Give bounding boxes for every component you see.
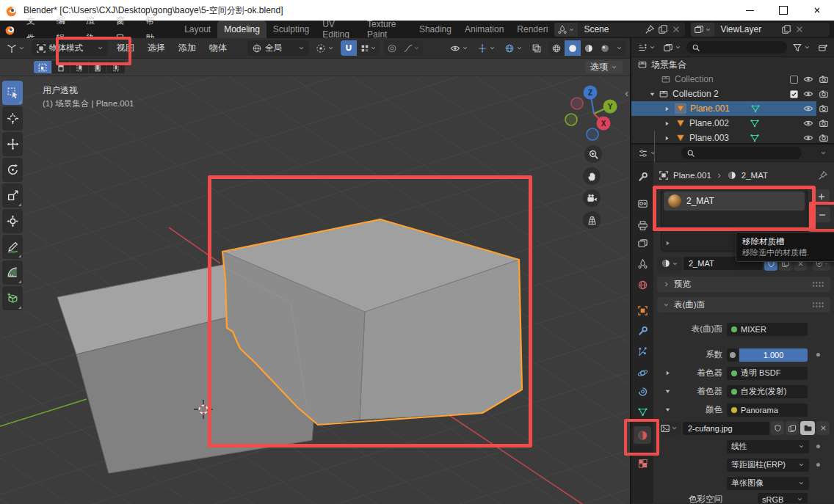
- scene-browse-button[interactable]: [554, 23, 578, 37]
- tab-object-data[interactable]: [634, 403, 651, 420]
- remove-viewlayer-icon[interactable]: [794, 24, 805, 34]
- properties-search-input[interactable]: [681, 147, 802, 159]
- tab-render[interactable]: [634, 194, 651, 212]
- unlink-image-button[interactable]: [816, 421, 830, 435]
- shading-material-button[interactable]: [581, 40, 597, 56]
- eye-icon[interactable]: [803, 118, 813, 128]
- new-scene-icon[interactable]: [658, 24, 668, 34]
- browse-material-button[interactable]: [657, 257, 682, 271]
- select-tweak-button[interactable]: [34, 61, 51, 73]
- pin-icon[interactable]: [645, 24, 655, 34]
- viewport-3d[interactable]: Z Y X 用户透视 (1) 场景集合 | Plane.001: [0, 76, 630, 504]
- tab-sculpting[interactable]: Sculpting: [266, 21, 316, 38]
- region-collapse-arrow[interactable]: ‹: [625, 88, 628, 98]
- tab-modifiers[interactable]: [634, 322, 651, 340]
- panel-drag-dots[interactable]: [812, 302, 824, 308]
- pan-button[interactable]: [583, 167, 601, 185]
- outliner-row-scene-collection[interactable]: 场景集合: [631, 57, 834, 72]
- editor-type-button[interactable]: [4, 40, 27, 56]
- pin-icon[interactable]: [818, 170, 828, 180]
- tool-measure[interactable]: [2, 260, 23, 285]
- tab-view-layer[interactable]: [634, 234, 651, 252]
- expand-triangle-icon[interactable]: [664, 120, 670, 127]
- unlink-scene-icon[interactable]: [671, 24, 681, 34]
- snap-to-dropdown[interactable]: [357, 40, 380, 56]
- remove-slot-button[interactable]: [814, 207, 830, 222]
- shading-wireframe-button[interactable]: [548, 40, 565, 56]
- tool-move[interactable]: [2, 132, 23, 156]
- tab-material[interactable]: [634, 426, 651, 444]
- proportional-edit-toggle[interactable]: [384, 40, 400, 56]
- properties-editor-type-button[interactable]: [636, 145, 659, 161]
- tab-tool[interactable]: [634, 168, 651, 186]
- shader1-selector[interactable]: 透明 BSDF: [727, 367, 808, 380]
- tab-texture[interactable]: [634, 454, 651, 472]
- tab-world[interactable]: [634, 276, 651, 293]
- color-selector[interactable]: Panorama: [727, 403, 808, 417]
- outliner-row-plane-002[interactable]: Plane.002: [631, 116, 834, 131]
- outliner-editor-type-button[interactable]: [635, 40, 658, 55]
- expand-triangle-icon[interactable]: [664, 135, 670, 142]
- pivot-point-dropdown[interactable]: [313, 40, 336, 56]
- outliner-row-collection-2[interactable]: Collection 2: [631, 87, 834, 101]
- axis-neg-z-ball[interactable]: [587, 128, 598, 140]
- shader2-selector[interactable]: 自发光(发射): [727, 385, 808, 398]
- tool-scale[interactable]: [2, 183, 23, 208]
- panel-drag-dots[interactable]: [812, 281, 824, 288]
- snap-toggle[interactable]: [341, 40, 357, 56]
- falloff-dropdown[interactable]: [400, 40, 423, 56]
- tab-object[interactable]: [634, 302, 651, 319]
- decorator-dot[interactable]: [816, 445, 820, 448]
- browse-image-button[interactable]: [656, 421, 681, 435]
- new-viewlayer-icon[interactable]: [781, 24, 791, 34]
- tab-particles[interactable]: [634, 343, 651, 360]
- minimize-button[interactable]: [733, 0, 766, 21]
- gizmos-dropdown[interactable]: [475, 40, 498, 56]
- interpolation-dropdown[interactable]: 线性: [727, 440, 809, 453]
- render-visibility-icon[interactable]: [819, 89, 829, 99]
- render-visibility-icon[interactable]: [819, 118, 829, 128]
- options-dropdown[interactable]: 选项: [585, 61, 623, 73]
- source-dropdown[interactable]: 单张图像: [727, 477, 809, 490]
- panel-surface[interactable]: 表(曲)面: [657, 297, 830, 313]
- breadcrumb-material[interactable]: 2_MAT: [741, 171, 768, 180]
- ortho-toggle-button[interactable]: [583, 211, 601, 229]
- overlays-dropdown[interactable]: [502, 40, 525, 56]
- render-visibility-icon[interactable]: [819, 103, 829, 114]
- navigation-gizmo[interactable]: Z Y X: [565, 86, 617, 141]
- tab-rendering[interactable]: Renderi: [510, 21, 554, 38]
- object-visibility-dropdown[interactable]: [448, 40, 471, 56]
- tab-constraints[interactable]: [634, 383, 651, 401]
- select-box-button[interactable]: [52, 61, 70, 73]
- tool-cursor[interactable]: [2, 106, 23, 131]
- material-slot-active[interactable]: 2_MAT: [664, 191, 805, 211]
- tab-physics[interactable]: [634, 364, 651, 381]
- render-visibility-icon[interactable]: [819, 74, 829, 84]
- surface-shader-selector[interactable]: MIXER: [727, 323, 808, 336]
- tab-layout[interactable]: Layout: [178, 21, 217, 38]
- eye-icon[interactable]: [803, 103, 813, 114]
- collapse-triangle-icon[interactable]: [649, 91, 656, 98]
- tool-rotate[interactable]: [2, 158, 23, 182]
- tab-uv-editing[interactable]: UV Editing: [316, 21, 360, 38]
- tab-modeling[interactable]: Modeling: [217, 21, 266, 38]
- outliner-row-plane-001[interactable]: Plane.001: [631, 101, 834, 116]
- outliner-filter-button[interactable]: [790, 40, 813, 55]
- maximize-button[interactable]: [766, 0, 800, 21]
- xray-toggle[interactable]: [529, 40, 544, 56]
- axis-neg-x-ball[interactable]: [571, 98, 583, 109]
- decorator-dot[interactable]: [816, 353, 820, 357]
- scene-name[interactable]: Scene: [578, 24, 641, 34]
- projection-dropdown[interactable]: 等距圆柱(ERP): [727, 459, 809, 472]
- tool-select-box[interactable]: [2, 81, 23, 105]
- transform-orientation-dropdown[interactable]: 全局: [247, 40, 309, 56]
- menu-select[interactable]: 选择: [143, 42, 170, 54]
- viewlayer-browse-button[interactable]: [691, 23, 714, 37]
- fac-slider[interactable]: 1.000: [739, 348, 808, 362]
- eye-icon[interactable]: [803, 133, 813, 143]
- add-slot-button[interactable]: [813, 189, 830, 204]
- menu-add[interactable]: 添加: [174, 42, 200, 54]
- new-collection-button[interactable]: [816, 40, 830, 55]
- open-image-button[interactable]: [800, 421, 815, 435]
- viewlayer-name[interactable]: ViewLayer: [714, 24, 777, 34]
